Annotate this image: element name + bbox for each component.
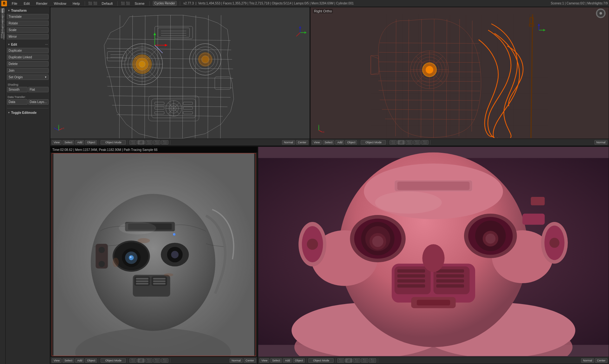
- svg-text:Z: Z: [58, 125, 60, 126]
- version-stats: v2.77.3 | Verts:1,494,553 | Faces:1,355,…: [183, 2, 354, 5]
- sculpt-sep3: [378, 358, 378, 363]
- svg-point-197: [549, 238, 560, 248]
- tab-grease-pencil[interactable]: Grease Pencil: [1, 34, 5, 38]
- ortho-select-btn[interactable]: Select: [323, 140, 334, 145]
- shading-texture-btn[interactable]: ⬛: [145, 140, 153, 145]
- sculpt-rend-btn[interactable]: ⬛: [369, 358, 376, 363]
- sculpt-object-btn[interactable]: Object: [293, 358, 305, 363]
- menu-file[interactable]: File: [10, 2, 19, 5]
- flat-btn[interactable]: Flat: [28, 87, 49, 92]
- transform-header[interactable]: ▼ Transform: [7, 8, 49, 13]
- ortho-shading-btns: ⬛ ⬛ ⬛ ⬛ ⬛: [390, 140, 429, 145]
- render-tex-btn[interactable]: ⬛: [145, 358, 153, 363]
- ortho-nav-widget[interactable]: [596, 9, 606, 18]
- shading-solid-btn[interactable]: ⬛: [137, 140, 145, 145]
- persp-mode-btn[interactable]: Object Mode: [101, 140, 126, 145]
- viewport-right-ortho[interactable]: Right Ortho: [310, 7, 609, 146]
- sculpt-normal-btn[interactable]: Normal: [581, 358, 594, 363]
- ortho-normal-btn[interactable]: Normal: [594, 140, 607, 145]
- sculpt-center-btn[interactable]: Center: [595, 358, 607, 363]
- shading-wire-btn[interactable]: ⬛: [129, 140, 137, 145]
- shading-material-btn[interactable]: ⬛: [153, 140, 160, 145]
- persp-select-btn[interactable]: Select: [62, 140, 74, 145]
- ortho-mode-btn[interactable]: Object Mode: [361, 140, 386, 145]
- viewport-sculpt[interactable]: View Select Add Object Object Mode ⬛ ⬛ ⬛…: [258, 146, 609, 364]
- persp-add-btn[interactable]: Add: [75, 140, 84, 145]
- ortho-tex-btn[interactable]: ⬛: [405, 140, 413, 145]
- svg-rect-188: [436, 274, 464, 278]
- duplicate-linked-btn[interactable]: Duplicate Linked: [7, 55, 49, 60]
- edit-arrow: ▼: [8, 43, 10, 46]
- menu-edit[interactable]: Edit: [22, 2, 31, 5]
- menu-window[interactable]: Window: [52, 2, 68, 5]
- toolbar-sep1: [99, 140, 99, 145]
- ortho-object-btn[interactable]: Object: [345, 140, 357, 145]
- ortho-axes: Z X: [313, 125, 324, 137]
- render-solid-btn[interactable]: ⬛: [137, 358, 145, 363]
- render-object-btn[interactable]: Object: [85, 358, 97, 363]
- scale-btn[interactable]: Scale: [7, 27, 49, 33]
- ortho-solid-btn[interactable]: ⬛: [397, 140, 405, 145]
- scene-selector[interactable]: Scene: [133, 2, 146, 5]
- smooth-btn[interactable]: Smooth: [7, 87, 28, 92]
- ortho-add-btn[interactable]: Add: [335, 140, 344, 145]
- sculpt-toolbar: View Select Add Object Object Mode ⬛ ⬛ ⬛…: [258, 357, 609, 364]
- svg-point-154: [137, 238, 150, 243]
- persp-normal-btn[interactable]: Normal: [282, 140, 295, 145]
- svg-point-179: [485, 234, 495, 244]
- sculpt-wire-btn[interactable]: ⬛: [337, 358, 344, 363]
- sculpt-mode-btn[interactable]: Object Mode: [308, 358, 334, 363]
- sculpt-select-btn[interactable]: Select: [270, 358, 282, 363]
- ortho-mat-btn[interactable]: ⬛: [413, 140, 421, 145]
- sculpt-tex-btn[interactable]: ⬛: [353, 358, 360, 363]
- svg-rect-148: [153, 283, 166, 284]
- duplicate-btn[interactable]: Duplicate: [7, 48, 49, 53]
- menu-render[interactable]: Render: [35, 2, 49, 5]
- mirror-btn[interactable]: Mirror: [7, 34, 49, 39]
- set-origin-dropdown[interactable]: Set Origin ▼: [7, 75, 49, 80]
- layout-selector[interactable]: Default: [100, 2, 115, 5]
- ortho-view-btn[interactable]: View: [312, 140, 322, 145]
- render-mat-btn[interactable]: ⬛: [153, 358, 160, 363]
- ortho-rend-btn[interactable]: ⬛: [421, 140, 429, 145]
- sculpt-sep2: [335, 358, 336, 363]
- sculpt-mat-btn[interactable]: ⬛: [361, 358, 368, 363]
- render-select-btn[interactable]: Select: [62, 358, 74, 363]
- data-layout-btn[interactable]: Data Layo...: [28, 99, 49, 105]
- rotate-btn[interactable]: Rotate: [7, 21, 49, 26]
- shading-render-btn[interactable]: ⬛: [161, 140, 168, 145]
- render-view-btn[interactable]: View: [52, 358, 62, 363]
- blender-icon[interactable]: B: [1, 1, 7, 6]
- ortho-wire-btn[interactable]: ⬛: [390, 140, 397, 145]
- menu-help[interactable]: Help: [71, 2, 82, 5]
- toggle-editmode-header[interactable]: ▼ Toggle Editmode: [7, 110, 49, 115]
- translate-btn[interactable]: Translate: [7, 14, 49, 19]
- persp-object-btn[interactable]: Object: [85, 140, 97, 145]
- edit-header[interactable]: ▼ Edit ⋯: [7, 42, 49, 47]
- persp-center-btn[interactable]: Center: [296, 140, 308, 145]
- viewport-user-persp[interactable]: User Persp: [50, 7, 310, 146]
- render-rend-btn[interactable]: ⬛: [161, 358, 168, 363]
- render-normal-btn[interactable]: Normal: [230, 358, 243, 363]
- render-add-btn[interactable]: Add: [75, 358, 84, 363]
- delete-btn[interactable]: Delete: [7, 61, 49, 67]
- sculpt-toolbar-right: Normal Center: [581, 358, 607, 363]
- viewport-render[interactable]: Time:02:08.62 | Mem:1157.94M, Peak:1182.…: [50, 146, 258, 364]
- persp-view-btn[interactable]: View: [52, 140, 62, 145]
- svg-rect-185: [397, 279, 425, 283]
- join-btn[interactable]: Join: [7, 68, 49, 73]
- svg-text:Y: Y: [54, 127, 55, 129]
- svg-text:Z: Z: [318, 125, 320, 126]
- render-svg: [52, 153, 256, 356]
- sculpt-add-btn[interactable]: Add: [283, 358, 292, 363]
- engine-selector[interactable]: Cycles Render: [153, 1, 177, 6]
- data-btn[interactable]: Data: [7, 99, 28, 105]
- sculpt-view-btn[interactable]: View: [259, 358, 269, 363]
- svg-rect-183: [397, 269, 425, 273]
- render-center-btn[interactable]: Center: [244, 358, 256, 363]
- sculpt-solid-btn[interactable]: ⬛: [345, 358, 352, 363]
- svg-point-158: [174, 234, 174, 235]
- render-mode-btn[interactable]: Object Mode: [101, 358, 126, 363]
- svg-rect-201: [522, 214, 545, 225]
- render-wire-btn[interactable]: ⬛: [129, 358, 137, 363]
